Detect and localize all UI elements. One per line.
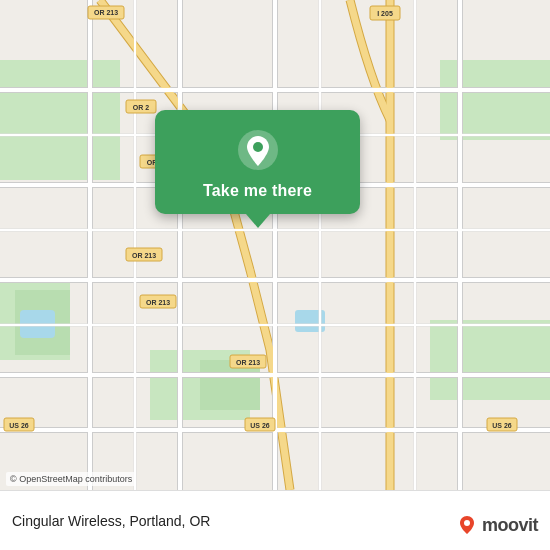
svg-text:US 26: US 26 <box>492 422 512 429</box>
svg-text:I 205: I 205 <box>377 10 393 17</box>
svg-rect-5 <box>430 320 550 400</box>
svg-point-64 <box>464 520 470 526</box>
svg-text:US 26: US 26 <box>9 422 29 429</box>
map-container: I 205 OR 213 OR 2 OR 2 OR 213 OR 213 OR … <box>0 0 550 490</box>
take-me-there-button[interactable]: Take me there <box>155 110 360 214</box>
svg-text:OR 213: OR 213 <box>146 299 170 306</box>
svg-text:OR 2: OR 2 <box>133 104 149 111</box>
svg-text:OR 213: OR 213 <box>132 252 156 259</box>
moovit-text: moovit <box>482 515 538 536</box>
svg-text:OR 213: OR 213 <box>94 9 118 16</box>
bottom-bar: Cingular Wireless, Portland, OR moovit <box>0 490 550 550</box>
moovit-pin-icon <box>456 514 478 536</box>
svg-rect-4 <box>440 60 550 140</box>
svg-rect-1 <box>0 60 120 180</box>
svg-text:OR 213: OR 213 <box>236 359 260 366</box>
copyright-text: © OpenStreetMap contributors <box>6 472 136 486</box>
location-pin-icon <box>236 128 280 172</box>
svg-point-63 <box>253 142 263 152</box>
svg-text:US 26: US 26 <box>250 422 270 429</box>
moovit-logo: moovit <box>456 514 538 536</box>
take-me-there-label: Take me there <box>203 182 312 200</box>
